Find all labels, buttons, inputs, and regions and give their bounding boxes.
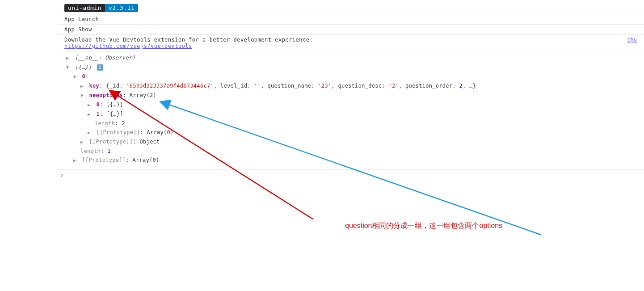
tree-option-1[interactable]: 1: [{…}] xyxy=(66,110,638,119)
tree-root-array[interactable]: [{…}] i xyxy=(66,63,638,72)
console-prompt[interactable]: › xyxy=(58,170,644,181)
newoptions-label: newoptions xyxy=(89,92,123,98)
chevron-down-icon[interactable] xyxy=(66,63,71,72)
observer-label: [__ob__: Observer] xyxy=(75,55,135,61)
chevron-right-icon[interactable] xyxy=(88,128,92,137)
question-desc-value: '2' xyxy=(388,83,399,89)
log-app-show: App Show xyxy=(58,25,644,35)
id-value: '6503d323337a9f4db73446c7' xyxy=(126,83,214,89)
proto-outer-value: Array(0) xyxy=(132,157,159,163)
info-icon[interactable]: i xyxy=(97,64,103,71)
question-desc-label: question_desc xyxy=(338,83,382,89)
opt0-label: 0 xyxy=(97,101,100,108)
question-name-value: '23' xyxy=(318,83,331,89)
tree-index-0[interactable]: 0: xyxy=(66,72,638,81)
opt1-label: 1 xyxy=(97,111,100,117)
badge-version: v2.3.11 xyxy=(105,4,138,12)
tree-length-outer: length: 1 xyxy=(66,147,638,156)
level-id-label: level_id xyxy=(220,83,247,89)
devtools-message: Download the Vue Devtools extension for … xyxy=(58,35,644,51)
outer-length-value: 1 xyxy=(107,148,111,154)
proto-label: [[Prototype]] xyxy=(97,129,140,135)
chevron-right-icon[interactable] xyxy=(73,156,78,165)
header-badges: uni-admin v2.3.11 xyxy=(58,2,644,14)
root-array-label: [{…}] xyxy=(75,64,92,70)
outer-length-label: length xyxy=(80,148,101,154)
id-label: _id xyxy=(109,83,120,89)
chevron-right-icon[interactable] xyxy=(88,101,92,110)
tree-proto-mid[interactable]: [[Prototype]]: Object xyxy=(66,137,638,147)
index-label: 0 xyxy=(82,73,86,80)
proto-arr-value: Array(0) xyxy=(147,129,173,135)
chevron-down-icon[interactable] xyxy=(80,91,85,100)
tree-proto-inner[interactable]: [[Prototype]]: Array(0) xyxy=(66,128,638,137)
tree-observer-line[interactable]: [__ob__: Observer] xyxy=(66,53,638,63)
length-label: length xyxy=(95,120,115,127)
badge-app-name: uni-admin xyxy=(64,4,105,12)
chevron-right-icon[interactable] xyxy=(88,110,92,119)
proto-obj-value: Object xyxy=(139,139,160,145)
question-order-value: 2 xyxy=(459,83,463,89)
ellipsis: … xyxy=(469,83,473,89)
devtools-text: Download the Vue Devtools extension for … xyxy=(64,37,313,43)
tree-length-inner: length: 2 xyxy=(66,119,638,128)
opt1-value: [{…}] xyxy=(106,111,123,117)
chevron-down-icon[interactable] xyxy=(73,72,78,81)
question-name-label: question_name xyxy=(267,83,311,89)
console-object-output: [__ob__: Observer] [{…}] i 0: key: {_id:… xyxy=(58,51,644,170)
tree-newoptions-row[interactable]: newoptions: Array(2) xyxy=(66,91,638,100)
chevron-right-icon[interactable] xyxy=(66,54,71,63)
chevron-right-icon[interactable] xyxy=(80,82,85,91)
tree-key-row[interactable]: key: {_id: '6503d323337a9f4db73446c7', l… xyxy=(66,81,638,91)
length-value: 2 xyxy=(122,120,125,127)
newoptions-type: Array(2) xyxy=(130,92,156,98)
key-label: key xyxy=(89,83,100,89)
annotation-text: question相同的分成一组，这一组包含两个options xyxy=(345,221,502,231)
tree-option-0[interactable]: 0: [{…}] xyxy=(66,100,638,110)
source-link[interactable]: chu xyxy=(627,37,637,43)
proto-label: [[Prototype]] xyxy=(89,139,133,145)
devtools-link[interactable]: https://github.com/vuejs/vue-devtools xyxy=(64,43,192,49)
tree-proto-outer[interactable]: [[Prototype]]: Array(0) xyxy=(66,156,638,165)
level-id-value: '' xyxy=(254,83,261,89)
chevron-right-icon[interactable] xyxy=(80,138,85,147)
log-app-launch: App Launch xyxy=(58,14,644,25)
proto-label: [[Prototype]] xyxy=(82,157,126,163)
opt0-value: [{…}] xyxy=(106,101,123,108)
question-order-label: question_order xyxy=(405,83,452,89)
